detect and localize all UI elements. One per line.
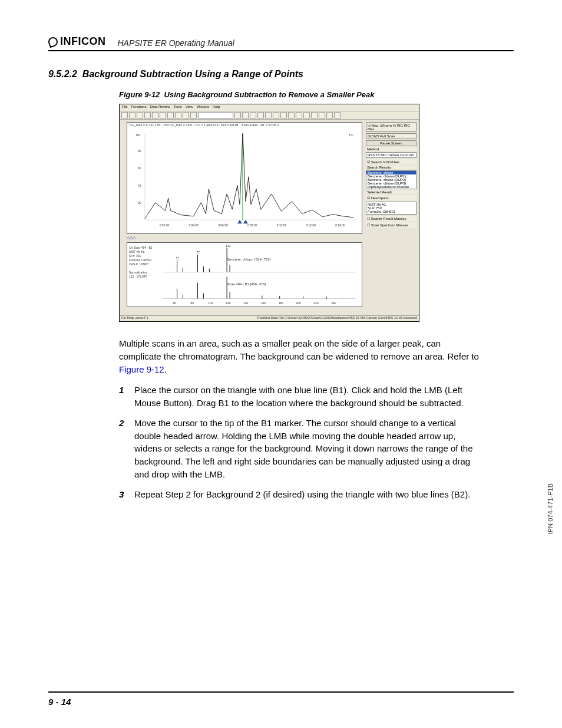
section-title: Background Subtraction Using a Range of … <box>82 69 303 79</box>
inficon-icon <box>47 35 59 48</box>
toolbar-button[interactable] <box>280 112 287 118</box>
description-checkbox[interactable]: ☑ Description <box>366 195 416 200</box>
status-left: For Help, press F1 <box>121 316 148 321</box>
toolbar-button[interactable] <box>144 112 151 118</box>
status-bar: For Help, press F1 Recalled Data File C:… <box>120 315 419 321</box>
search-result-masses-checkbox[interactable]: ☐ Search Result Masses <box>366 216 416 221</box>
page-number: 9 - 14 <box>48 697 71 707</box>
toolbar-button[interactable] <box>303 112 310 118</box>
toolbar-button[interactable] <box>250 112 256 118</box>
spectrum-plot: On Scan 494 - B1 NIST Hit #1: SI #: 753 … <box>127 243 362 307</box>
svg-text:60: 60 <box>173 302 177 305</box>
svg-text:Formula: C6H5Cl: Formula: C6H5Cl <box>129 259 151 262</box>
toolbar-dropdown[interactable] <box>198 112 233 118</box>
svg-text:120: 120 <box>226 302 231 305</box>
toolbar-button[interactable] <box>242 112 249 118</box>
svg-text:100: 100 <box>135 133 140 137</box>
chromatogram-plot: 0:02:00 0:04:00 0:06:00 0:08:00 0:10:00 … <box>127 127 362 232</box>
description-text: NIST Hit #1: SI #: 753 Formula: C6H5Cl <box>366 202 416 215</box>
svg-marker-16 <box>237 220 242 223</box>
toolbar-button[interactable] <box>137 112 143 118</box>
svg-text:200: 200 <box>296 302 302 305</box>
svg-text:80: 80 <box>138 149 141 153</box>
brand-name: INFICON <box>60 35 106 48</box>
toolbar[interactable] <box>120 111 419 120</box>
step-2: 2 Move the cursor to the tip of the B1 m… <box>119 417 484 481</box>
toolbar-button[interactable] <box>234 112 241 118</box>
toolbar-button[interactable] <box>167 112 174 118</box>
svg-marker-17 <box>243 220 248 223</box>
svg-text:TIC: TIC <box>349 133 353 137</box>
menu-functions[interactable]: Functions <box>131 105 147 110</box>
toolbar-button[interactable] <box>296 112 302 118</box>
toolbar-button[interactable] <box>152 112 158 118</box>
svg-text:On Scan 494 - B1: On Scan 494 - B1 <box>129 246 153 249</box>
method-label: Method <box>366 147 416 151</box>
toolbar-button[interactable] <box>288 112 295 118</box>
toolbar-button[interactable] <box>183 112 189 118</box>
brand-logo: INFICON <box>48 35 106 48</box>
section-number: 9.5.2.2 <box>48 69 77 79</box>
svg-text:77: 77 <box>196 251 200 254</box>
figure-link[interactable]: Figure 9-12 <box>119 364 164 374</box>
section-heading: 9.5.2.2 Background Subtraction Using a R… <box>48 69 514 80</box>
toolbar-button[interactable] <box>273 112 279 118</box>
step-text: Place the cursor on the triangle with on… <box>134 384 484 410</box>
body-text: Multiple scans in an area, such as a sma… <box>119 337 484 500</box>
toolbar-button[interactable] <box>311 112 318 118</box>
search-results-label: Search Results <box>366 166 416 169</box>
svg-text:80: 80 <box>190 302 194 305</box>
chromatogram-panel[interactable]: TIC_Max = 6,721,135 : TIC/TIC_Max = 22% … <box>127 122 362 234</box>
page-header: INFICON HAPSITE ER Operating Manual <box>48 35 514 51</box>
toolbar-button[interactable] <box>326 112 333 118</box>
step-1: 1 Place the cursor on the triangle with … <box>119 384 484 410</box>
toolbar-button[interactable] <box>257 112 264 118</box>
toolbar-button[interactable] <box>129 112 135 118</box>
side-panel: ☑ Max. 1/Norm % RIC RIC Max. GC/MS Full … <box>366 122 416 228</box>
search-results-list[interactable]: Benzene, chloro- Benzene, chloro-(DUP1) … <box>366 170 416 189</box>
display-options[interactable]: ☑ Max. 1/Norm % RIC RIC Max. <box>366 122 416 132</box>
step-text: Repeat Step 2 for Background 2 (if desir… <box>134 488 484 501</box>
toolbar-button[interactable] <box>265 112 272 118</box>
svg-text:0:06:00: 0:06:00 <box>218 223 228 226</box>
svg-text:100: 100 <box>208 302 213 305</box>
toolbar-button[interactable] <box>121 112 128 118</box>
scan-spectrum-masses-checkbox[interactable]: ☐ Scan Spectrum Masses <box>366 222 416 228</box>
svg-text:0:08:00: 0:08:00 <box>247 223 257 226</box>
toolbar-button[interactable] <box>160 112 166 118</box>
toolbar-button[interactable] <box>334 112 340 118</box>
menu-help[interactable]: Help <box>213 105 220 110</box>
pause-screen-button[interactable]: Pause Screen <box>366 140 416 146</box>
chromatogram-title: TIC_Max = 6,721,135 : TIC/TIC_Max = 22% … <box>127 123 362 127</box>
svg-text:0:10:00: 0:10:00 <box>277 223 287 226</box>
svg-text:0:12:00: 0:12:00 <box>306 223 316 226</box>
svg-text:Normalization:: Normalization: <box>129 271 148 274</box>
svg-text:112: 112 <box>226 245 231 248</box>
toolbar-button[interactable] <box>175 112 181 118</box>
menu-window[interactable]: Window <box>197 105 209 110</box>
svg-text:40: 40 <box>138 183 141 187</box>
method-value: HSS 15 Min Carbon Conc.inh <box>366 152 416 158</box>
svg-text:0:14:00: 0:14:00 <box>335 223 345 226</box>
marker-triangles-icon[interactable]: △△△ <box>127 235 135 240</box>
step-text: Move the cursor to the tip of the B1 mar… <box>134 417 484 481</box>
menubar[interactable]: File Functions Data Review Tools View Wi… <box>120 104 419 111</box>
footer-rule <box>48 691 514 693</box>
svg-text:Scan 494  - B1 [456, 478]: Scan 494 - B1 [456, 478] <box>227 282 266 286</box>
search-nist-checkbox[interactable]: ☑ Search NIST/User <box>366 159 416 164</box>
menu-file[interactable]: File <box>122 105 128 110</box>
mode-label: GC/MS Full Scan <box>366 133 416 139</box>
toolbar-button[interactable] <box>319 112 325 118</box>
svg-text:20: 20 <box>138 201 141 205</box>
svg-text:CAS #: 108907: CAS #: 108907 <box>129 263 149 266</box>
toolbar-button[interactable] <box>190 112 197 118</box>
svg-text:220: 220 <box>313 302 319 305</box>
menu-tools[interactable]: Tools <box>174 105 182 110</box>
spectrum-panel[interactable]: On Scan 494 - B1 NIST Hit #1: SI #: 753 … <box>127 242 362 307</box>
menu-data-review[interactable]: Data Review <box>150 105 170 110</box>
intro-paragraph: Multiple scans in an area, such as a sma… <box>119 337 484 375</box>
svg-text:240: 240 <box>331 302 336 305</box>
menu-view[interactable]: View <box>186 105 193 110</box>
svg-text:160: 160 <box>261 302 266 305</box>
selected-result-label: Selected Result <box>366 190 416 194</box>
